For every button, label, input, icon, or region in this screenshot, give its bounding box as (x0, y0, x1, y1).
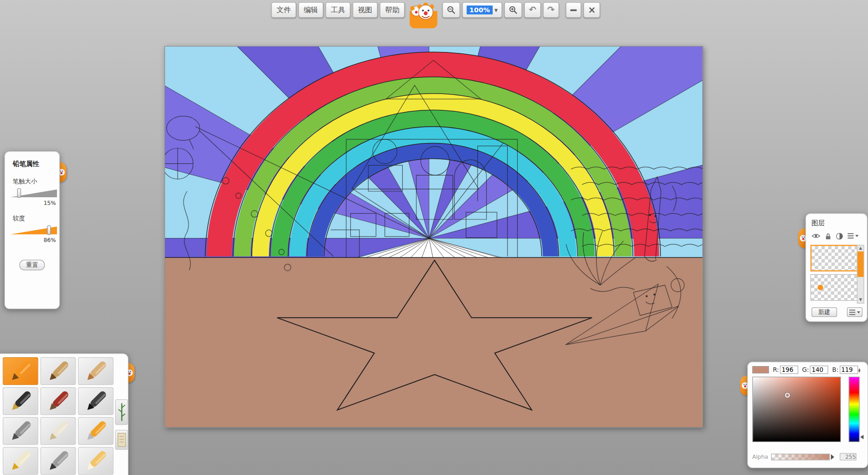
tool-grid (3, 357, 113, 475)
layer-thumbnail-2[interactable] (811, 274, 858, 301)
menu-edit[interactable]: 编辑 (298, 2, 323, 18)
zoom-level-select[interactable]: 100% ▼ (462, 2, 502, 18)
pencil-panel-title: 铅笔属性 (13, 160, 59, 169)
tool-palette-panel (0, 353, 128, 475)
paint-roller-icon (80, 419, 112, 443)
layers-scrollbar[interactable]: ▲ ▼ (857, 245, 864, 304)
close-icon: × (588, 5, 595, 15)
redo-button[interactable]: ↷ (543, 2, 559, 18)
brush-size-handle[interactable] (17, 188, 21, 198)
softness-label: 软度 (13, 214, 59, 223)
paint-tube-tool[interactable] (3, 447, 38, 475)
brush-size-slider[interactable] (10, 188, 57, 198)
new-layer-button[interactable]: 新建 (811, 308, 837, 317)
paint-roller-tool[interactable] (78, 417, 113, 445)
layers-options-button[interactable] (847, 308, 862, 317)
scrollbar-thumb[interactable] (858, 252, 863, 277)
menu-file-label: 文件 (277, 5, 291, 15)
r-input[interactable] (780, 366, 798, 374)
softness-slider[interactable] (10, 225, 57, 235)
ink-brush-tool[interactable] (78, 387, 113, 415)
paper-stump-icon (42, 419, 74, 443)
paint-tube-icon (5, 449, 37, 473)
zoom-out-icon (447, 5, 456, 14)
fountain-pen-tool[interactable] (3, 387, 38, 415)
softness-value: 86% (5, 237, 56, 243)
layer-menu-icon[interactable] (848, 233, 859, 239)
brush-size-label: 笔触大小 (13, 177, 59, 185)
color-picker-panel: R: G: B: ▲▼ Alpha (747, 362, 868, 468)
menu-tools[interactable]: 工具 (326, 2, 350, 18)
zoom-in-button[interactable] (505, 2, 522, 18)
eraser-tool[interactable] (78, 447, 113, 475)
crayon-tool[interactable] (78, 357, 113, 385)
lock-icon[interactable] (825, 233, 831, 240)
undo-icon: ↶ (529, 5, 536, 14)
blend-contrast-icon[interactable] (836, 233, 843, 240)
undo-button[interactable]: ↶ (524, 2, 541, 18)
dip-pen-tool[interactable] (40, 447, 75, 475)
layer-thumbnail-1[interactable] (811, 245, 858, 271)
menu-help-label: 帮助 (385, 5, 400, 15)
alpha-slider[interactable] (771, 453, 830, 460)
b-input[interactable] (840, 366, 858, 374)
drawing-canvas[interactable] (165, 46, 703, 428)
red-paintbrush-icon (42, 389, 74, 413)
alpha-marker[interactable] (831, 454, 834, 459)
airbrush-icon (5, 419, 37, 443)
scroll-up-icon[interactable]: ▲ (858, 245, 863, 251)
paper-scroll-tool[interactable] (115, 430, 128, 450)
eraser-icon (80, 449, 112, 473)
zoom-in-icon (509, 5, 518, 14)
red-paintbrush-tool[interactable] (40, 387, 75, 415)
close-button[interactable]: × (584, 2, 600, 18)
fountain-pen-icon (5, 389, 37, 413)
menu-file[interactable]: 文件 (271, 2, 296, 18)
menu-edit-label: 编辑 (304, 5, 318, 15)
layer-controls (811, 232, 867, 240)
minimize-icon (570, 9, 577, 11)
clown-logo-icon[interactable] (409, 2, 439, 29)
reset-button[interactable]: 重置 (19, 260, 45, 270)
visibility-icon[interactable] (811, 233, 821, 239)
hue-marker[interactable] (860, 435, 863, 439)
softness-handle[interactable] (47, 225, 51, 235)
saturation-value-square[interactable] (752, 377, 841, 442)
orange-pencil-icon (5, 359, 37, 383)
menu-view[interactable]: 视图 (353, 2, 377, 18)
color-selection-cursor[interactable] (785, 393, 790, 398)
dip-pen-icon (42, 449, 74, 473)
scroll-down-icon[interactable]: ▼ (858, 297, 863, 303)
rgb-row: R: G: B: ▲▼ (752, 366, 860, 374)
paper-stump-tool[interactable] (40, 417, 75, 445)
hue-slider[interactable] (849, 377, 859, 442)
canvas-artwork (165, 47, 703, 427)
wood-pencil-icon (42, 359, 74, 383)
alpha-input[interactable] (840, 453, 857, 461)
redo-icon: ↷ (547, 5, 555, 14)
crayon-icon (80, 359, 112, 383)
b-label: B: (832, 366, 839, 373)
chevron-down-icon: ▼ (495, 8, 498, 13)
paper-scroll-icon (116, 431, 127, 449)
alpha-gradient (772, 454, 829, 459)
airbrush-tool[interactable] (3, 417, 38, 445)
g-input[interactable] (810, 366, 828, 374)
application-window: 文件 编辑 工具 视图 帮助 (0, 0, 868, 475)
layers-panel: 图层 ▲ ▼ 新建 (806, 213, 868, 322)
value-stepper[interactable]: ▲▼ (859, 367, 861, 372)
zoom-out-button[interactable] (442, 2, 460, 18)
wood-pencil-tool[interactable] (40, 357, 75, 385)
minimize-button[interactable] (566, 2, 581, 18)
layer-list (811, 245, 858, 304)
list-menu-icon (849, 309, 860, 316)
alpha-label: Alpha (752, 454, 771, 460)
bamboo-pen-icon (116, 401, 127, 423)
brush-size-value: 15% (5, 200, 56, 206)
pencil-properties-panel: 铅笔属性 笔触大小 15% 软度 86% 重置 (5, 151, 60, 309)
bamboo-pen-tool[interactable] (115, 399, 128, 425)
menu-view-label: 视图 (358, 5, 373, 15)
current-color-swatch (752, 366, 769, 373)
orange-pencil-tool[interactable] (3, 357, 38, 385)
menu-help[interactable]: 帮助 (380, 2, 405, 18)
